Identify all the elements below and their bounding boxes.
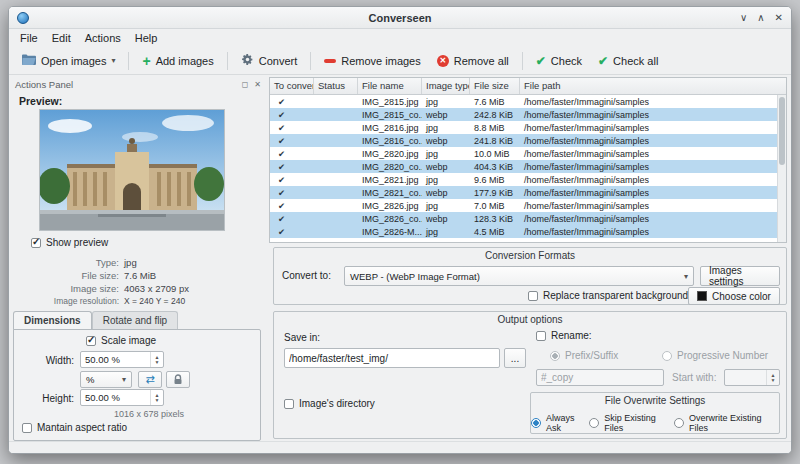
rename-checkbox[interactable]: Rename: — [536, 330, 592, 341]
file-overwrite-group: File Overwrite Settings Always Ask Skip … — [530, 392, 780, 434]
row-file-size: 7.6 MiB — [470, 97, 520, 107]
column-status[interactable]: Status — [314, 78, 358, 94]
menu-item-edit[interactable]: Edit — [45, 30, 78, 46]
add-images-button[interactable]: + Add images — [135, 51, 220, 71]
table-row[interactable]: ✔IMG_2826-M...jpg4.5 MiB/home/faster/Imm… — [270, 225, 777, 238]
row-file-path: /home/faster/Immagini/samples — [520, 110, 777, 120]
row-checkmark-icon: ✔ — [270, 175, 314, 185]
unit-combobox[interactable]: % ▾ — [80, 371, 132, 388]
remove-all-button[interactable]: ✕ Remove all — [430, 51, 516, 71]
row-file-path: /home/faster/Immagini/samples — [520, 175, 777, 185]
row-file-size: 4.5 MiB — [470, 227, 520, 237]
float-panel-icon[interactable]: ◻ — [242, 80, 249, 89]
images-directory-checkbox[interactable]: Image's directory — [284, 398, 375, 409]
check-all-button[interactable]: ✔ Check all — [591, 50, 665, 72]
row-file-name: IMG_2816.jpg — [358, 123, 422, 133]
maximize-icon[interactable]: ∧ — [757, 13, 764, 23]
table-row[interactable]: ✔IMG_2820_co...webp404.3 KiB/home/faster… — [270, 160, 777, 173]
scrollbar-thumb[interactable] — [779, 97, 785, 165]
menu-item-help[interactable]: Help — [128, 30, 165, 46]
imagesize-value: 4063 x 2709 px — [124, 283, 251, 294]
table-row[interactable]: ✔IMG_2815.jpgjpg7.6 MiB/home/faster/Imma… — [270, 95, 777, 108]
prefix-suffix-radio[interactable]: Prefix/Suffix — [550, 350, 618, 361]
start-with-label: Start with: — [672, 372, 716, 383]
toolbar: Open images ▾ + Add images Convert Remov… — [9, 47, 791, 75]
table-row[interactable]: ✔IMG_2821.jpgjpg9.6 MiB/home/faster/Imma… — [270, 173, 777, 186]
row-file-path: /home/faster/Immagini/samples — [520, 162, 777, 172]
row-image-type: webp — [422, 136, 470, 146]
table-scrollbar[interactable] — [777, 95, 786, 242]
titlebar[interactable]: Converseen ∨ ∧ ✕ — [9, 7, 791, 29]
type-value: jpg — [124, 257, 251, 268]
convert-button[interactable]: Convert — [234, 49, 305, 72]
format-combobox[interactable]: WEBP - (WebP Image Format) ▾ — [344, 266, 694, 286]
row-checkmark-icon: ✔ — [270, 136, 314, 146]
check-all-icon: ✔ — [598, 54, 608, 68]
table-row[interactable]: ✔IMG_2820.jpgjpg10.0 MiB/home/faster/Imm… — [270, 147, 777, 160]
result-pixels: 1016 x 678 pixels — [44, 409, 184, 419]
spin-arrows-icon[interactable]: ▲▼ — [150, 390, 163, 405]
show-preview-checkbox[interactable]: Show preview — [31, 237, 108, 248]
row-checkmark-icon: ✔ — [270, 201, 314, 211]
preview-label: Preview: — [19, 95, 62, 107]
always-ask-radio[interactable]: Always Ask — [531, 413, 589, 433]
rename-pattern-input[interactable] — [536, 369, 664, 386]
actions-panel-header[interactable]: Actions Panel ◻ ✕ — [11, 77, 265, 91]
row-file-size: 8.8 MiB — [470, 123, 520, 133]
row-file-name: IMG_2821.jpg — [358, 175, 422, 185]
row-file-size: 241.8 KiB — [470, 136, 520, 146]
spin-arrows-icon[interactable]: ▲▼ — [150, 352, 163, 367]
row-file-path: /home/faster/Immagini/samples — [520, 227, 777, 237]
toolbar-separator — [522, 52, 523, 70]
check-button[interactable]: ✔ Check — [529, 50, 589, 72]
browse-button[interactable]: ... — [504, 348, 526, 368]
tab-dimensions[interactable]: Dimensions — [13, 311, 92, 330]
row-file-size: 9.6 MiB — [470, 175, 520, 185]
column-to-convert[interactable]: To convert — [270, 78, 314, 94]
save-path-input[interactable] — [284, 348, 500, 368]
color-swatch — [697, 291, 707, 301]
replace-transparent-checkbox[interactable]: Replace transparent background — [528, 290, 688, 301]
images-settings-button[interactable]: Images settings — [700, 266, 780, 286]
row-file-size: 404.3 KiB — [470, 162, 520, 172]
table-row[interactable]: ✔IMG_2821_co...webp177.9 KiB/home/faster… — [270, 186, 777, 199]
progressive-number-radio[interactable]: Progressive Number — [662, 350, 768, 361]
sync-dimensions-button[interactable]: ⇄ — [138, 371, 162, 388]
menu-item-actions[interactable]: Actions — [78, 30, 128, 46]
row-file-name: IMG_2820.jpg — [358, 149, 422, 159]
output-options-group: Output options Save in: ... Image's dire… — [273, 311, 787, 439]
start-with-spinbox[interactable]: ▲▼ — [724, 369, 780, 386]
spin-arrows-icon[interactable]: ▲▼ — [766, 370, 779, 385]
table-row[interactable]: ✔IMG_2816.jpgjpg8.8 MiB/home/faster/Imma… — [270, 121, 777, 134]
table-row[interactable]: ✔IMG_2816_co...webp241.8 KiB/home/faster… — [270, 134, 777, 147]
chevron-down-icon: ▾ — [684, 272, 688, 281]
overwrite-existing-radio[interactable]: Overwrite Existing Files — [674, 413, 779, 433]
minimize-icon[interactable]: ∨ — [740, 13, 747, 23]
height-spinbox[interactable]: 50.00 % ▲▼ — [80, 389, 164, 406]
dimensions-panel: Scale image Width: 50.00 % ▲▼ % ▾ ⇄ Heig… — [13, 329, 261, 441]
minus-icon — [324, 59, 336, 63]
menu-item-file[interactable]: File — [13, 30, 45, 46]
remove-images-button[interactable]: Remove images — [317, 51, 427, 71]
column-image-type[interactable]: Image type — [422, 78, 470, 94]
lock-icon — [173, 371, 183, 389]
table-row[interactable]: ✔IMG_2826.jpgjpg7.0 MiB/home/faster/Imma… — [270, 199, 777, 212]
type-label: Type: — [23, 257, 119, 268]
column-file-path[interactable]: File path — [520, 78, 786, 94]
skip-existing-radio[interactable]: Skip Existing Files — [589, 413, 674, 433]
table-row[interactable]: ✔IMG_2826_co...webp128.3 KiB/home/faster… — [270, 212, 777, 225]
choose-color-button[interactable]: Choose color — [688, 287, 780, 305]
open-images-button[interactable]: Open images ▾ — [15, 50, 122, 71]
menubar: File Edit Actions Help — [9, 29, 791, 47]
width-spinbox[interactable]: 50.00 % ▲▼ — [80, 351, 164, 368]
table-row[interactable]: ✔IMG_2815_co...webp242.8 KiB/home/faster… — [270, 108, 777, 121]
maintain-aspect-checkbox[interactable]: Mantain aspect ratio — [22, 422, 127, 433]
row-file-path: /home/faster/Immagini/samples — [520, 97, 777, 107]
tab-rotate-flip[interactable]: Rotate and flip — [92, 311, 179, 330]
scale-image-checkbox[interactable]: Scale image — [86, 335, 156, 346]
column-file-size[interactable]: File size — [470, 78, 520, 94]
close-panel-icon[interactable]: ✕ — [254, 80, 261, 89]
lock-ratio-button[interactable] — [166, 371, 190, 388]
column-file-name[interactable]: File name — [358, 78, 422, 94]
close-icon[interactable]: ✕ — [775, 13, 783, 23]
